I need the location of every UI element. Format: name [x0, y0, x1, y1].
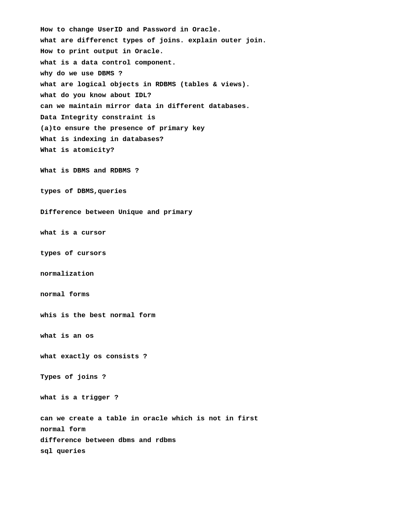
text-line: why do we use DBMS ?	[40, 68, 371, 79]
text-line: Data Integrity constraint is	[40, 112, 371, 123]
content-paragraph: can we create a table in oracle which is…	[40, 413, 371, 457]
text-line: what are logical objects in RDBMS (table…	[40, 79, 371, 90]
text-line: what are differenct types of joins. expl…	[40, 35, 371, 46]
text-line: What is indexing in databases?	[40, 134, 371, 145]
content-item: What is DBMS and RDBMS ?	[40, 165, 371, 176]
content-item: what is a trigger ?	[40, 392, 371, 403]
content-item: types of cursors	[40, 248, 371, 259]
content-paragraph: How to change UserID and Password in Ora…	[40, 24, 371, 156]
text-line: How to print output in Oracle.	[40, 46, 371, 57]
text-line: normal form	[40, 424, 371, 435]
text-line: difference between dbms and rdbms	[40, 435, 371, 446]
text-line: what do you know about IDL?	[40, 90, 371, 101]
text-line: can we create a table in oracle which is…	[40, 413, 371, 424]
content-item: normalization	[40, 268, 371, 279]
content-item: types of DBMS,queries	[40, 186, 371, 197]
content-item: Types of joins ?	[40, 372, 371, 382]
content-item: what is a cursor	[40, 227, 371, 238]
content-item: normal forms	[40, 289, 371, 300]
content-item: whis is the best normal form	[40, 310, 371, 321]
text-line: (a)to ensure the presence of primary key	[40, 123, 371, 134]
text-line: What is atomicity?	[40, 145, 371, 156]
content-item: Difference between Unique and primary	[40, 207, 371, 218]
content-item: what is an os	[40, 330, 371, 341]
content-item: what exactly os consists ?	[40, 351, 371, 362]
text-line: what is a data control component.	[40, 57, 371, 68]
text-line: can we maintain mirror data in different…	[40, 101, 371, 112]
main-content: How to change UserID and Password in Ora…	[40, 24, 371, 457]
text-line: sql queries	[40, 446, 371, 457]
text-line: How to change UserID and Password in Ora…	[40, 24, 371, 35]
